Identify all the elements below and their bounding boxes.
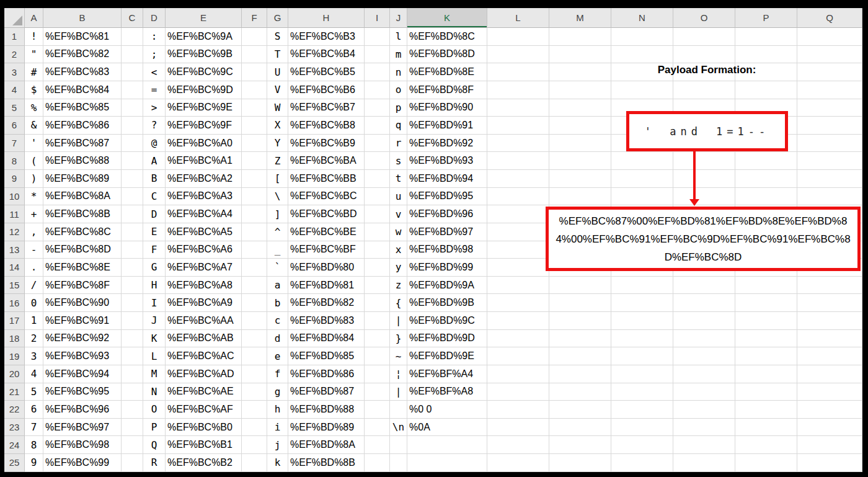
cell-A3[interactable]: #	[25, 63, 43, 81]
cell-F18[interactable]	[242, 330, 267, 348]
cell-D23[interactable]: P	[143, 419, 166, 437]
column-header-K[interactable]: K	[407, 8, 487, 28]
cell-K14[interactable]: %EF%BD%99	[407, 259, 487, 277]
cell-G11[interactable]: ]	[267, 205, 288, 223]
cell-C23[interactable]	[122, 419, 143, 437]
cell-H19[interactable]: %EF%BD%85	[288, 347, 365, 365]
cell-G5[interactable]: W	[267, 99, 288, 117]
cell-N20[interactable]	[611, 365, 673, 383]
row-header-1[interactable]: 1	[4, 28, 25, 46]
cell-G10[interactable]: \	[267, 188, 288, 206]
cell-K4[interactable]: %EF%BD%8F	[407, 81, 487, 99]
cell-J5[interactable]: p	[390, 99, 407, 117]
cell-G13[interactable]: _	[267, 241, 288, 259]
cell-B9[interactable]: %EF%BC%89	[43, 170, 122, 188]
cell-C5[interactable]	[122, 99, 143, 117]
cell-F19[interactable]	[242, 347, 267, 365]
cell-C3[interactable]	[122, 63, 143, 81]
cell-D25[interactable]: R	[143, 454, 166, 472]
cell-I24[interactable]	[365, 436, 390, 454]
column-header-A[interactable]: A	[25, 8, 43, 28]
cell-C24[interactable]	[122, 436, 143, 454]
cell-F13[interactable]	[242, 241, 267, 259]
cell-P16[interactable]	[735, 294, 797, 312]
row-header-24[interactable]: 24	[4, 436, 25, 454]
cell-Q22[interactable]	[797, 401, 862, 419]
cell-Q15[interactable]	[797, 277, 862, 295]
column-header-N[interactable]: N	[611, 8, 673, 28]
cell-E1[interactable]: %EF%BC%9A	[166, 28, 242, 46]
cell-Q16[interactable]	[797, 294, 862, 312]
cell-C11[interactable]	[122, 205, 143, 223]
cell-D2[interactable]: ;	[143, 46, 166, 64]
cell-C8[interactable]	[122, 152, 143, 170]
cell-O1[interactable]	[673, 28, 735, 46]
cell-G18[interactable]: d	[267, 330, 288, 348]
cell-C9[interactable]	[122, 170, 143, 188]
cell-P21[interactable]	[735, 383, 797, 401]
cell-N23[interactable]	[611, 419, 673, 437]
cell-P2[interactable]	[735, 46, 797, 64]
cell-G1[interactable]: S	[267, 28, 288, 46]
cell-C22[interactable]	[122, 401, 143, 419]
cell-H8[interactable]: %EF%BC%BA	[288, 152, 365, 170]
cell-Q6[interactable]	[797, 117, 862, 135]
cell-I23[interactable]	[365, 419, 390, 437]
row-header-18[interactable]: 18	[4, 330, 25, 348]
cell-O18[interactable]	[673, 330, 735, 348]
row-header-6[interactable]: 6	[4, 117, 25, 135]
cell-M18[interactable]	[549, 330, 611, 348]
cell-M5[interactable]	[549, 99, 611, 117]
cell-C6[interactable]	[122, 117, 143, 135]
cell-I8[interactable]	[365, 152, 390, 170]
cell-P22[interactable]	[735, 401, 797, 419]
cell-C13[interactable]	[122, 241, 143, 259]
column-header-Q[interactable]: Q	[797, 8, 862, 28]
cell-I1[interactable]	[365, 28, 390, 46]
cell-I12[interactable]	[365, 223, 390, 241]
cell-L17[interactable]	[487, 312, 549, 330]
row-header-21[interactable]: 21	[4, 383, 25, 401]
cell-G23[interactable]: i	[267, 419, 288, 437]
column-header-F[interactable]: F	[242, 8, 267, 28]
cell-I14[interactable]	[365, 259, 390, 277]
cell-N18[interactable]	[611, 330, 673, 348]
cell-O8[interactable]	[673, 152, 735, 170]
cell-M22[interactable]	[549, 401, 611, 419]
cell-A22[interactable]: 6	[25, 401, 43, 419]
cell-I11[interactable]	[365, 205, 390, 223]
cell-J1[interactable]: l	[390, 28, 407, 46]
cell-C19[interactable]	[122, 347, 143, 365]
cell-B8[interactable]: %EF%BC%88	[43, 152, 122, 170]
cell-E2[interactable]: %EF%BC%9B	[166, 46, 242, 64]
cell-N19[interactable]	[611, 347, 673, 365]
cell-K13[interactable]: %EF%BD%98	[407, 241, 487, 259]
cell-K24[interactable]	[407, 436, 487, 454]
cell-K2[interactable]: %EF%BD%8D	[407, 46, 487, 64]
cell-B11[interactable]: %EF%BC%8B	[43, 205, 122, 223]
cell-F5[interactable]	[242, 99, 267, 117]
cell-K25[interactable]	[407, 454, 487, 472]
cell-D10[interactable]: C	[143, 188, 166, 206]
cell-B14[interactable]: %EF%BC%8E	[43, 259, 122, 277]
cell-M8[interactable]	[549, 152, 611, 170]
cell-D5[interactable]: >	[143, 99, 166, 117]
cell-J25[interactable]	[390, 454, 407, 472]
cell-D9[interactable]: B	[143, 170, 166, 188]
cell-C2[interactable]	[122, 46, 143, 64]
cell-L13[interactable]	[487, 241, 549, 259]
cell-N15[interactable]	[611, 277, 673, 295]
cell-F6[interactable]	[242, 117, 267, 135]
cell-D1[interactable]: :	[143, 28, 166, 46]
cell-M1[interactable]	[549, 28, 611, 46]
cell-D21[interactable]: N	[143, 383, 166, 401]
cell-H15[interactable]: %EF%BD%81	[288, 277, 365, 295]
cell-A24[interactable]: 8	[25, 436, 43, 454]
cell-J2[interactable]: m	[390, 46, 407, 64]
cell-O21[interactable]	[673, 383, 735, 401]
cell-C16[interactable]	[122, 294, 143, 312]
cell-M24[interactable]	[549, 436, 611, 454]
cell-G3[interactable]: U	[267, 63, 288, 81]
cell-E23[interactable]: %EF%BC%B0	[166, 419, 242, 437]
cell-I18[interactable]	[365, 330, 390, 348]
